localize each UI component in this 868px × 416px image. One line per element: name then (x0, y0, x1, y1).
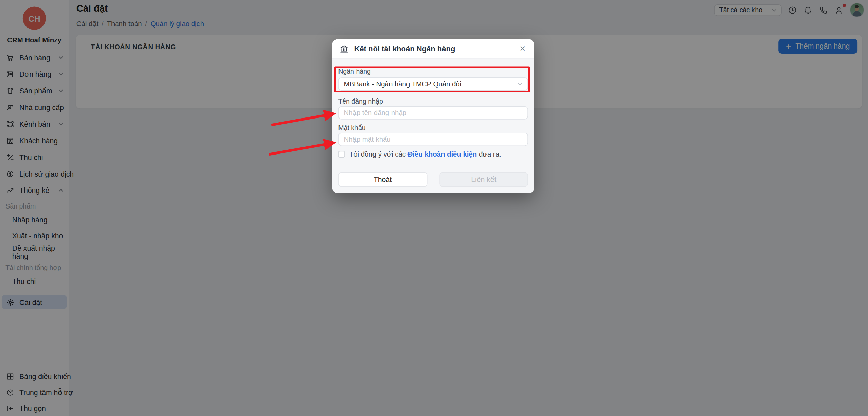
terms-suffix: đưa ra. (477, 150, 501, 158)
modal-footer: Thoát Liên kết (338, 172, 528, 187)
link-button-disabled[interactable]: Liên kết (439, 172, 528, 187)
bank-icon (340, 44, 349, 53)
terms-prefix: Tôi đồng ý với các (349, 150, 408, 158)
terms-row: Tôi đồng ý với các Điều khoản điều kiện … (338, 150, 501, 158)
password-input[interactable] (338, 133, 528, 146)
password-label: Mật khẩu (338, 124, 365, 132)
connect-bank-modal: Kết nối tài khoản Ngân hàng ✕ Ngân hàng … (332, 39, 534, 193)
modal-header: Kết nối tài khoản Ngân hàng ✕ (332, 39, 534, 59)
modal-title: Kết nối tài khoản Ngân hàng (354, 44, 518, 53)
annotation-highlight-rect (334, 66, 530, 92)
close-icon[interactable]: ✕ (518, 44, 527, 54)
terms-checkbox[interactable] (338, 151, 345, 158)
terms-text: Tôi đồng ý với các Điều khoản điều kiện … (349, 150, 501, 158)
username-label: Tên đăng nhập (338, 97, 383, 105)
terms-link[interactable]: Điều khoản điều kiện (408, 150, 477, 158)
username-input[interactable] (338, 106, 528, 120)
exit-button[interactable]: Thoát (338, 172, 427, 187)
app-root: CH CRM Hoaf Minzy Bán hàng Đơn hàng (0, 0, 868, 416)
